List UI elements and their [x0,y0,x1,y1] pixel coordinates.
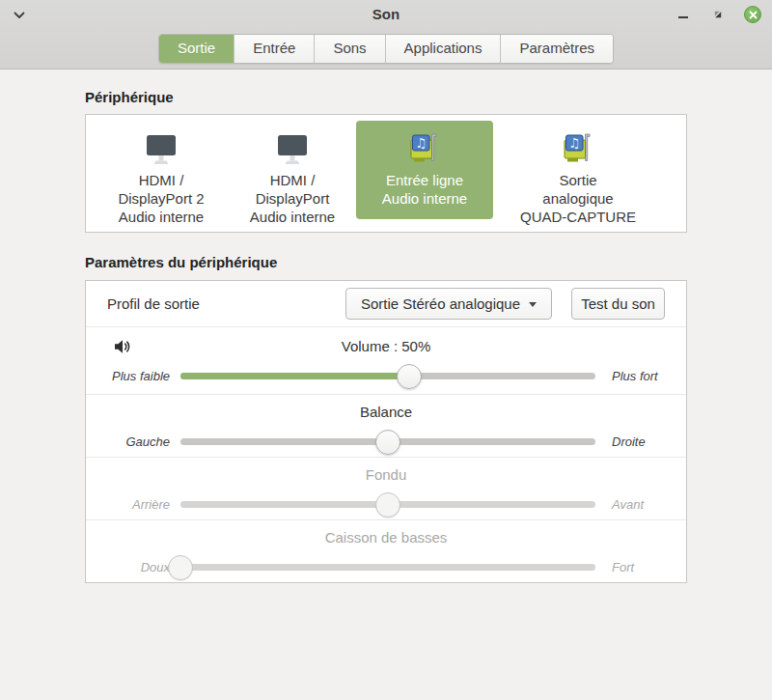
fade-slider [180,501,595,508]
subwoofer-slider [180,564,595,571]
slider-title: Volume : 50% [342,338,431,354]
device-label-line: Sortie [493,171,663,189]
minimize-icon [678,16,688,18]
device-tile-entree-ligne[interactable]: ♫ Entrée ligne Audio interne [356,121,493,219]
slider-min-label: Gauche [107,434,170,449]
monitor-icon [229,126,356,169]
volume-slider-row: Volume : 50% Plus faible Plus fort [86,326,686,394]
device-label-line: Audio interne [229,208,356,226]
device-label-line: HDMI / [229,171,356,189]
window-controls [674,0,762,29]
tab-entree[interactable]: Entrée [234,35,315,63]
device-tile-hdmi-displayport[interactable]: HDMI / DisplayPort Audio interne [229,121,356,226]
slider-max-label: Fort [612,560,665,574]
device-section-title: Périphérique [85,89,687,105]
slider-thumb[interactable] [375,430,400,455]
slider-min-label: Arrière [107,497,170,512]
close-icon [744,6,761,23]
tab-strip: Sortie Entrée Sons Applications Paramètr… [0,29,772,70]
sound-test-button[interactable]: Test du son [571,288,665,320]
device-label-line: Audio interne [94,208,229,226]
device-settings-panel: Profil de sortie Sortie Stéréo analogiqu… [85,280,687,583]
device-label-line: QUAD-CAPTURE [493,208,663,226]
slider-max-label: Plus fort [612,369,665,383]
slider-max-label: Avant [612,497,665,512]
slider-thumb[interactable] [397,364,422,389]
monitor-icon [94,126,229,169]
subwoofer-slider-row: Caisson de basses Doux Fort [86,519,686,582]
output-profile-row: Profil de sortie Sortie Stéréo analogiqu… [86,281,686,326]
slider-min-label: Doux [107,560,170,574]
settings-section-title: Paramètres du périphérique [85,254,687,270]
slider-max-label: Droite [612,434,665,449]
restore-icon [712,9,724,20]
svg-text:♫: ♫ [568,135,580,151]
tab-sortie[interactable]: Sortie [159,35,234,63]
titlebar: Son [0,0,772,29]
output-profile-value: Sortie Stéréo analogique [361,295,520,312]
minimize-button[interactable] [674,5,693,24]
volume-slider[interactable] [180,373,595,379]
device-tile-sortie-analogique[interactable]: ♫ Sortie analogique QUAD-CAPTURE [493,121,663,226]
balance-slider-row: Balance Gauche Droite [86,394,686,457]
speaker-icon [114,339,132,357]
window-title: Son [0,6,772,22]
output-profile-dropdown[interactable]: Sortie Stéréo analogique [345,288,552,320]
slider-title: Balance [360,404,412,420]
tab-group: Sortie Entrée Sons Applications Paramètr… [158,34,614,64]
sound-card-icon: ♫ [356,126,493,169]
device-tile-hdmi-displayport-2[interactable]: HDMI / DisplayPort 2 Audio interne [94,121,229,226]
tab-applications[interactable]: Applications [386,35,502,63]
slider-thumb [168,555,193,580]
slider-min-label: Plus faible [107,369,170,383]
tab-sons[interactable]: Sons [315,35,385,63]
balance-slider[interactable] [180,438,595,445]
sound-card-icon: ♫ [493,126,663,169]
slider-title: Caisson de basses [325,529,448,546]
output-profile-label: Profil de sortie [107,295,345,312]
device-label-line: analogique [493,189,663,208]
restore-button[interactable] [708,5,728,24]
sound-settings-window: Son Sortie Entrée Sons Applications Pa [0,0,772,700]
device-label-line: DisplayPort [229,189,356,208]
slider-thumb [375,492,400,518]
fade-slider-row: Fondu Arrière Avant [86,457,686,519]
slider-fill [180,373,409,379]
svg-text:♫: ♫ [415,135,427,151]
device-list: HDMI / DisplayPort 2 Audio interne HDMI … [85,114,687,233]
device-label-line: HDMI / [94,171,229,189]
chevron-down-icon [529,302,537,307]
device-label-line: Entrée ligne [356,171,493,189]
device-label-line: DisplayPort 2 [94,189,229,208]
close-button[interactable] [743,5,762,24]
device-label-line: Audio interne [356,189,493,208]
window-header: Son Sortie Entrée Sons Applications Pa [0,0,772,70]
tab-parametres[interactable]: Paramètres [501,35,613,63]
slider-title: Fondu [366,466,407,483]
